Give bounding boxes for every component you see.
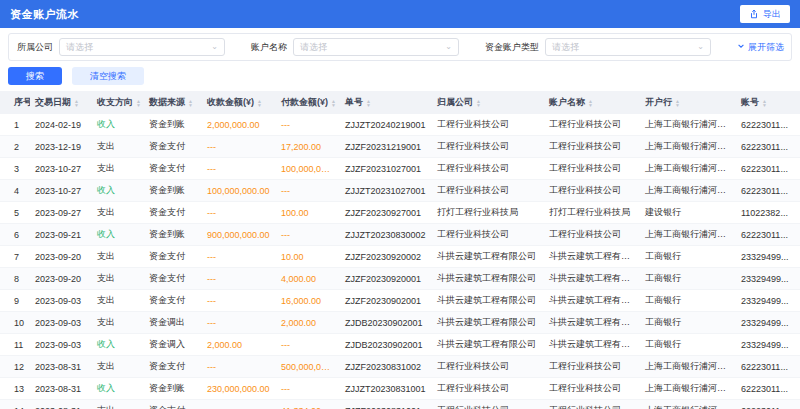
clear-search-button[interactable]: 清空搜索 <box>72 67 144 85</box>
cell-source: 资金支付 <box>144 158 202 180</box>
cell-order: ZJDB20230902001 <box>340 312 432 334</box>
cell-bank: 工商银行 <box>640 268 736 290</box>
account-type-select[interactable]: 请选择 ⌄ <box>545 38 711 56</box>
cell-company: 斗拱云建筑工程有限公司 <box>432 312 544 334</box>
column-header-label: 收款金额(¥) <box>207 96 254 109</box>
expand-filters-link[interactable]: 展开筛选 <box>737 41 784 54</box>
cell-company: 工程行业科技公司 <box>432 400 544 409</box>
table-row: 52023-09-27支出资金支付---100.00ZJZF2023092700… <box>0 202 800 224</box>
cell-payment: --- <box>276 378 340 400</box>
table-body: 12024-02-19收入资金到账2,000,000.00---ZJJZT202… <box>0 114 800 409</box>
cell-receipt: --- <box>202 312 276 334</box>
cell-order: ZJZF20230902001 <box>340 290 432 312</box>
cell-bank: 工商银行 <box>640 290 736 312</box>
column-header[interactable]: 数据来源▲▼ <box>144 91 202 114</box>
cell-number: 23329499... <box>736 246 800 268</box>
cell-payment: --- <box>276 180 340 202</box>
cell-direction: 支出 <box>92 312 144 334</box>
cell-company: 工程行业科技公司 <box>432 158 544 180</box>
cell-date: 2023-12-19 <box>30 136 92 158</box>
cell-account: 斗拱云建筑工程有限公司 <box>544 334 640 356</box>
column-header[interactable]: 开户行▲▼ <box>640 91 736 114</box>
sort-icon[interactable]: ▲▼ <box>675 99 680 107</box>
search-button[interactable]: 搜索 <box>8 67 62 85</box>
column-header[interactable]: 账户名称▲▼ <box>544 91 640 114</box>
column-header[interactable]: 收支方向▲▼ <box>92 91 144 114</box>
column-header: 序号 <box>0 91 30 114</box>
cell-no: 3 <box>0 158 30 180</box>
export-button[interactable]: 导出 <box>740 5 790 23</box>
cell-source: 资金支付 <box>144 356 202 378</box>
table-row: 72023-09-20支出资金支付---10.00ZJZF20230920002… <box>0 246 800 268</box>
column-header-label: 归属公司 <box>437 96 473 109</box>
topbar: 资金账户流水 导出 <box>0 0 800 28</box>
column-header[interactable]: 交易日期▲▼ <box>30 91 92 114</box>
cell-order: ZJJZT20230831001 <box>340 378 432 400</box>
cell-receipt: --- <box>202 158 276 180</box>
cell-no: 2 <box>0 136 30 158</box>
cell-bank: 上海工商银行浦河道支行 <box>640 400 736 409</box>
column-header[interactable]: 收款金额(¥)▲▼ <box>202 91 276 114</box>
company-select[interactable]: 请选择 ⌄ <box>59 38 225 56</box>
sort-icon[interactable]: ▲▼ <box>257 99 262 107</box>
sort-icon[interactable]: ▲▼ <box>136 99 141 107</box>
column-header[interactable]: 单号▲▼ <box>340 91 432 114</box>
cell-receipt: --- <box>202 202 276 224</box>
company-placeholder: 请选择 <box>66 41 93 54</box>
filter-field-account-type: 资金账户类型 请选择 ⌄ <box>485 38 711 56</box>
cell-number: 62223011... <box>736 158 800 180</box>
cell-account: 工程行业科技公司 <box>544 136 640 158</box>
column-header[interactable]: 付款金额(¥)▲▼ <box>276 91 340 114</box>
cell-source: 资金调出 <box>144 312 202 334</box>
account-name-select[interactable]: 请选择 ⌄ <box>293 38 459 56</box>
cell-receipt: --- <box>202 356 276 378</box>
cell-date: 2023-10-27 <box>30 180 92 202</box>
cell-number: 62223011... <box>736 400 800 409</box>
sort-icon[interactable]: ▲▼ <box>366 99 371 107</box>
cell-direction: 收入 <box>92 114 144 136</box>
cell-order: ZJZF20230831001 <box>340 400 432 409</box>
account-name-label: 账户名称 <box>251 41 287 54</box>
sort-icon[interactable]: ▲▼ <box>476 99 481 107</box>
fund-account-flow-page: 资金账户流水 导出 所属公司 请选择 ⌄ 账户名称 请选择 ⌄ <box>0 0 800 409</box>
cell-source: 资金支付 <box>144 202 202 224</box>
table-row: 92023-09-03支出资金支付---16,000.00ZJZF2023090… <box>0 290 800 312</box>
cell-date: 2024-02-19 <box>30 114 92 136</box>
cell-company: 工程行业科技公司 <box>432 356 544 378</box>
column-header[interactable]: 归属公司▲▼ <box>432 91 544 114</box>
cell-receipt: --- <box>202 246 276 268</box>
table-row: 32023-10-27支出资金支付---100,000,000.00ZJZF20… <box>0 158 800 180</box>
column-header-label: 开户行 <box>645 96 672 109</box>
cell-account: 工程行业科技公司 <box>544 158 640 180</box>
cell-bank: 上海工商银行浦河道支行 <box>640 136 736 158</box>
filter-actions: 搜索 清空搜索 <box>8 67 792 85</box>
cell-payment: 10.00 <box>276 246 340 268</box>
cell-company: 工程行业科技公司 <box>432 136 544 158</box>
cell-payment: --- <box>276 224 340 246</box>
cell-direction: 收入 <box>92 334 144 356</box>
column-header-label: 交易日期 <box>35 96 71 109</box>
cell-receipt: --- <box>202 268 276 290</box>
cell-source: 资金支付 <box>144 400 202 409</box>
cell-no: 7 <box>0 246 30 268</box>
sort-icon[interactable]: ▲▼ <box>331 99 336 107</box>
filter-field-account-name: 账户名称 请选择 ⌄ <box>251 38 459 56</box>
cell-number: 62223011... <box>736 378 800 400</box>
cell-payment: --- <box>276 334 340 356</box>
cell-direction: 支出 <box>92 356 144 378</box>
cell-bank: 上海工商银行浦河道支行 <box>640 378 736 400</box>
column-header[interactable]: 账号▲▼ <box>736 91 800 114</box>
cell-source: 资金到账 <box>144 224 202 246</box>
cell-date: 2023-08-31 <box>30 378 92 400</box>
cell-payment: 16,000.00 <box>276 290 340 312</box>
sort-icon[interactable]: ▲▼ <box>588 99 593 107</box>
cell-account: 工程行业科技公司 <box>544 378 640 400</box>
cell-date: 2023-09-03 <box>30 312 92 334</box>
cell-bank: 上海工商银行浦河道支行 <box>640 356 736 378</box>
cell-order: ZJZF20230920001 <box>340 268 432 290</box>
sort-icon[interactable]: ▲▼ <box>188 99 193 107</box>
table-row: 22023-12-19支出资金支付---17,200.00ZJZF2023121… <box>0 136 800 158</box>
sort-icon[interactable]: ▲▼ <box>74 99 79 107</box>
sort-icon[interactable]: ▲▼ <box>762 99 767 107</box>
cell-date: 2023-08-31 <box>30 356 92 378</box>
